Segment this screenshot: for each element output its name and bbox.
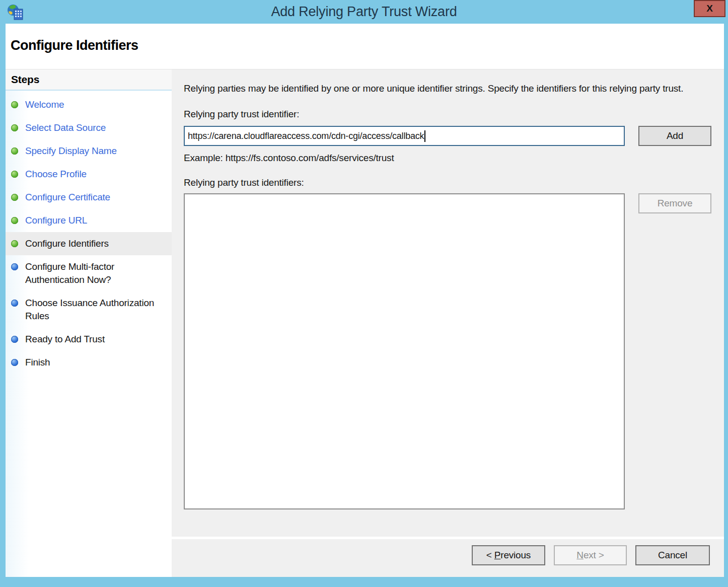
title-bar: Add Relying Party Trust Wizard X [0, 0, 728, 24]
step-item-configure-multi-factor-authentication-now: Configure Multi-factor Authentication No… [6, 255, 172, 291]
identifiers-list-label: Relying party trust identifiers: [184, 176, 711, 189]
step-item-finish: Finish [6, 351, 172, 374]
step-complete-bullet-icon [11, 148, 18, 155]
steps-list: WelcomeSelect Data SourceSpecify Display… [6, 91, 172, 374]
identifier-input[interactable]: https://carena.cloudflareaccess.com/cdn-… [184, 126, 625, 146]
page-title: Configure Identifiers [6, 24, 724, 53]
step-complete-bullet-icon [11, 194, 18, 201]
text-caret [424, 130, 425, 142]
next-button[interactable]: Next > [554, 545, 627, 565]
step-pending-bullet-icon [11, 263, 18, 270]
identifiers-listbox[interactable] [184, 193, 625, 509]
step-label: Finish [25, 356, 50, 369]
step-complete-bullet-icon [11, 171, 18, 178]
page-content: Relying parties may be identified by one… [172, 69, 724, 537]
step-label: Configure URL [25, 214, 87, 227]
steps-sidebar: Steps WelcomeSelect Data SourceSpecify D… [6, 69, 172, 577]
step-pending-bullet-icon [11, 359, 18, 366]
step-label: Specify Display Name [25, 144, 117, 158]
step-item-choose-profile[interactable]: Choose Profile [6, 163, 172, 186]
previous-button[interactable]: < Previous [472, 545, 545, 565]
step-item-ready-to-add-trust: Ready to Add Trust [6, 328, 172, 351]
window-title: Add Relying Party Trust Wizard [0, 4, 728, 20]
step-item-welcome[interactable]: Welcome [6, 93, 172, 116]
step-label: Configure Multi-factor Authentication No… [25, 260, 168, 286]
intro-text: Relying parties may be identified by one… [184, 82, 702, 95]
add-button[interactable]: Add [638, 126, 711, 146]
step-complete-bullet-icon [11, 240, 18, 247]
step-pending-bullet-icon [11, 336, 18, 343]
step-pending-bullet-icon [11, 300, 18, 307]
step-label: Welcome [25, 98, 64, 111]
step-label: Configure Identifiers [25, 237, 109, 250]
remove-button[interactable]: Remove [638, 193, 711, 213]
step-label: Configure Certificate [25, 191, 110, 204]
page-header: Configure Identifiers [6, 24, 724, 69]
step-item-choose-issuance-authorization-rules: Choose Issuance Authorization Rules [6, 291, 172, 328]
step-item-specify-display-name[interactable]: Specify Display Name [6, 139, 172, 163]
step-item-configure-url[interactable]: Configure URL [6, 209, 172, 232]
step-item-configure-certificate[interactable]: Configure Certificate [6, 186, 172, 209]
step-label: Select Data Source [25, 121, 106, 134]
step-complete-bullet-icon [11, 101, 18, 108]
wizard-window: Configure Identifiers Steps WelcomeSelec… [6, 24, 724, 577]
close-icon: X [706, 3, 713, 14]
close-button[interactable]: X [694, 0, 725, 17]
identifier-input-value: https://carena.cloudflareaccess.com/cdn-… [188, 131, 424, 141]
step-complete-bullet-icon [11, 217, 18, 224]
step-item-configure-identifiers: Configure Identifiers [6, 232, 172, 255]
cancel-button[interactable]: Cancel [635, 545, 710, 565]
wizard-footer: < Previous Next > Cancel [172, 539, 724, 577]
example-text: Example: https://fs.contoso.com/adfs/ser… [184, 151, 711, 165]
steps-heading: Steps [6, 69, 172, 91]
step-complete-bullet-icon [11, 124, 18, 131]
step-label: Ready to Add Trust [25, 333, 105, 346]
step-label: Choose Issuance Authorization Rules [25, 297, 168, 323]
step-item-select-data-source[interactable]: Select Data Source [6, 116, 172, 139]
identifier-label: Relying party trust identifier: [184, 107, 711, 121]
step-label: Choose Profile [25, 168, 87, 181]
